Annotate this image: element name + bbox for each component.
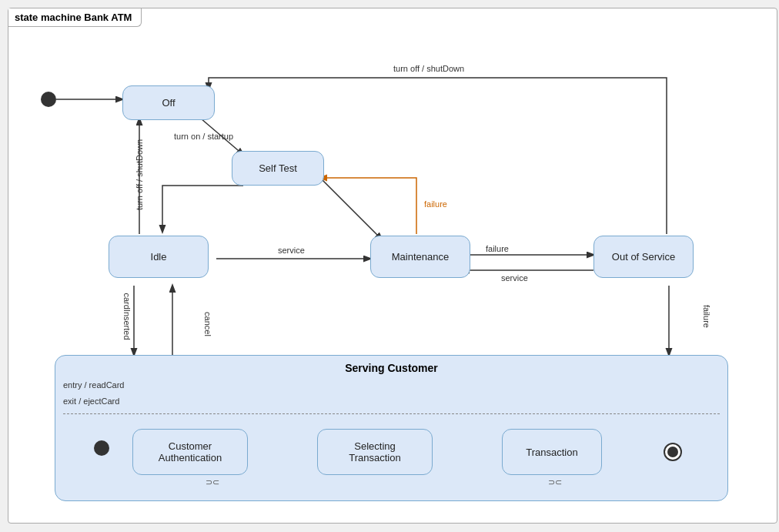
state-idle[interactable]: Idle	[109, 236, 209, 278]
state-selecting-transaction[interactable]: Selecting Transaction	[317, 429, 433, 475]
serving-customer-title: Serving Customer	[55, 356, 727, 377]
auth-connector: ⊃⊂	[206, 477, 219, 487]
state-customer-auth[interactable]: Customer Authentication	[132, 429, 248, 475]
state-off[interactable]: Off	[122, 85, 215, 120]
serving-customer-info2: exit / ejectCard	[55, 393, 727, 410]
state-self-test[interactable]: Self Test	[232, 151, 324, 186]
label-failure-oos: failure	[486, 244, 509, 253]
label-turn-on: turn on / startup	[174, 132, 233, 141]
state-transaction[interactable]: Transaction	[502, 429, 602, 475]
svg-line-2	[320, 178, 382, 239]
label-card-inserted: cardInserted	[122, 286, 132, 347]
label-service-oos: service	[501, 273, 528, 283]
transaction-connector: ⊃⊂	[548, 477, 562, 487]
state-serving-customer: Serving Customer entry / readCard exit /…	[55, 355, 728, 501]
label-turn-off-idle: turn off / shutDown	[135, 129, 144, 221]
label-cancel: cancel	[203, 301, 212, 347]
state-maintenance[interactable]: Maintenance	[370, 236, 470, 278]
diagram-title: state machine Bank ATM	[8, 8, 142, 27]
label-turn-off-top: turn off / shutDown	[393, 64, 464, 73]
label-service-idle: service	[278, 246, 305, 255]
initial-state	[41, 92, 56, 107]
inner-final-state	[664, 443, 682, 461]
label-failure-maintenance: failure	[424, 199, 447, 209]
label-failure-serving: failure	[702, 305, 711, 328]
diagram-container: state machine Bank ATM	[8, 8, 777, 524]
serving-customer-info1: entry / readCard	[55, 377, 727, 393]
inner-initial-state	[94, 440, 109, 456]
state-out-of-service[interactable]: Out of Service	[593, 236, 694, 278]
